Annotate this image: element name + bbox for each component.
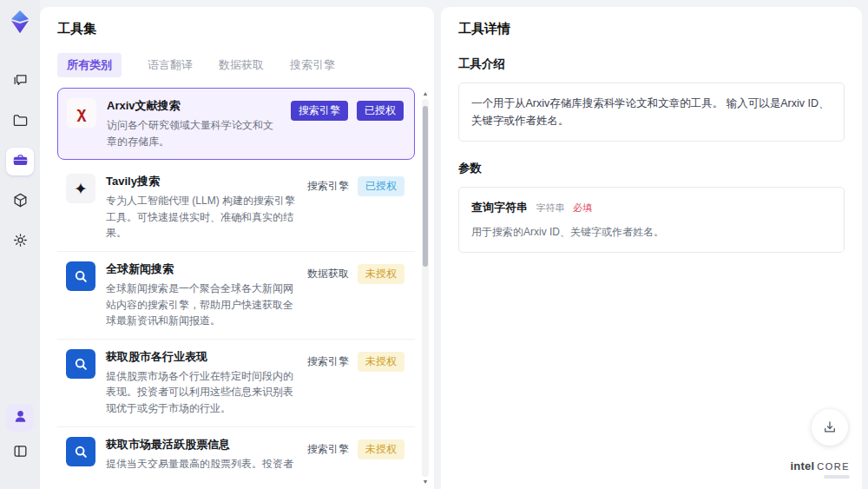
tab-2[interactable]: 数据获取 [219, 53, 264, 77]
category-badge: 搜索引擎 [307, 439, 349, 459]
tool-description: 提供当天交易量最高的股票列表。投资者可以利用这些信息来识别流动性强的股票和潜在的… [106, 456, 297, 468]
param-desc: 用于搜索的Arxiv ID、关键字或作者姓名。 [471, 224, 832, 241]
toolset-title: 工具集 [57, 21, 434, 37]
scrollbar-track[interactable] [422, 99, 429, 477]
toolbox-icon [12, 152, 29, 171]
tool-name: Tavily搜索 [106, 174, 297, 189]
auth-status-badge: 未授权 [358, 264, 404, 284]
toolset-panel: 工具集 所有类别语言翻译数据获取搜索引擎 χArxiv文献搜索访问各个研究领域大… [40, 7, 434, 489]
params-heading: 参数 [458, 161, 845, 176]
scroll-down-icon[interactable]: ▼ [423, 479, 429, 486]
panel-toggle-icon [12, 443, 29, 462]
tool-row[interactable]: χArxiv文献搜索访问各个研究领域大量科学论文和文章的存储库。搜索引擎已授权 [57, 88, 415, 160]
tool-list: χArxiv文献搜索访问各个研究领域大量科学论文和文章的存储库。搜索引擎已授权✦… [57, 88, 434, 468]
auth-status-badge: 未授权 [358, 352, 404, 372]
sidebar-item-panel-toggle[interactable] [6, 439, 34, 466]
tool-detail-panel: 工具详情 工具介绍 一个用于从Arxiv存储库搜索科学论文和文章的工具。 输入可… [441, 7, 862, 489]
category-tabs: 所有类别语言翻译数据获取搜索引擎 [57, 53, 434, 77]
tool-row[interactable]: ✦Tavily搜索专为人工智能代理 (LLM) 构建的搜索引擎工具。可快速提供实… [57, 164, 415, 252]
gear-icon [12, 232, 29, 251]
tab-0[interactable]: 所有类别 [57, 53, 122, 77]
sidebar-item-cube[interactable] [6, 188, 34, 215]
tool-description: 全球新闻搜索是一个聚合全球各大新闻网站内容的搜索引擎，帮助用户快速获取全球最新资… [106, 281, 297, 329]
tool-name: 获取市场最活跃股票信息 [106, 437, 297, 453]
folder-icon [12, 112, 29, 131]
download-button[interactable] [812, 409, 848, 446]
sidebar-item-gear[interactable] [6, 228, 34, 255]
auth-status-badge: 未授权 [358, 439, 404, 459]
tab-3[interactable]: 搜索引擎 [290, 53, 335, 77]
tool-description: 专为人工智能代理 (LLM) 构建的搜索引擎工具。可快速提供实时、准确和真实的结… [106, 193, 297, 241]
download-icon [822, 420, 838, 435]
sidebar-item-folder[interactable] [6, 108, 34, 135]
detail-title: 工具详情 [458, 21, 845, 37]
intel-core-logo: intelCORE [790, 459, 850, 479]
tool-badges: 数据获取未授权 [307, 261, 404, 329]
tool-body: Arxiv文献搜索访问各个研究领域大量科学论文和文章的存储库。 [107, 98, 280, 149]
sidebar-item-toolbox[interactable] [6, 148, 34, 175]
sidebar-item-user[interactable] [6, 404, 34, 432]
category-badge: 搜索引擎 [307, 176, 349, 196]
tool-row[interactable]: 全球新闻搜索全球新闻搜索是一个聚合全球各大新闻网站内容的搜索引擎，帮助用户快速获… [57, 252, 415, 340]
app-window: 工具集 所有类别语言翻译数据获取搜索引擎 χArxiv文献搜索访问各个研究领域大… [0, 0, 868, 489]
tool-description: 提供股票市场各个行业在特定时间段内的表现。投资者可以利用这些信息来识别表现优于或… [106, 368, 297, 417]
tool-name: 全球新闻搜索 [106, 261, 297, 277]
intro-text: 一个用于从Arxiv存储库搜索科学论文和文章的工具。 输入可以是Arxiv ID… [471, 97, 830, 127]
list-scrollbar[interactable]: ▲ ▼ [421, 90, 430, 486]
scroll-up-icon[interactable]: ▲ [423, 90, 429, 97]
tool-body: 获取股市各行业表现提供股票市场各个行业在特定时间段内的表现。投资者可以利用这些信… [106, 349, 297, 417]
blue-search-icon [66, 437, 95, 466]
intro-heading: 工具介绍 [458, 56, 845, 72]
param-type: 字符串 [536, 202, 564, 213]
chat-icon [12, 72, 29, 91]
tool-body: Tavily搜索专为人工智能代理 (LLM) 构建的搜索引擎工具。可快速提供实时… [106, 174, 297, 241]
auth-status-badge: 已授权 [357, 101, 404, 121]
tavily-star-icon: ✦ [66, 174, 95, 203]
tool-row[interactable]: 获取股市各行业表现提供股票市场各个行业在特定时间段内的表现。投资者可以利用这些信… [57, 340, 415, 427]
tool-description: 访问各个研究领域大量科学论文和文章的存储库。 [107, 117, 280, 149]
category-badge: 搜索引擎 [291, 101, 348, 121]
tool-body: 获取市场最活跃股票信息提供当天交易量最高的股票列表。投资者可以利用这些信息来识别… [106, 437, 297, 468]
param-name: 查询字符串 [471, 201, 528, 214]
sidebar [0, 0, 40, 489]
arxiv-icon: χ [67, 98, 96, 128]
tool-name: 获取股市各行业表现 [106, 349, 297, 365]
intro-box: 一个用于从Arxiv存储库搜索科学论文和文章的工具。 输入可以是Arxiv ID… [458, 83, 845, 142]
intel-sub-badge [824, 475, 850, 479]
app-logo-icon[interactable] [7, 9, 33, 35]
param-required-badge: 必填 [573, 202, 592, 213]
scrollbar-thumb[interactable] [423, 106, 428, 267]
tool-badges: 搜索引擎未授权 [307, 437, 404, 468]
blue-search-icon [66, 261, 95, 291]
core-brand-text: CORE [817, 461, 850, 472]
tool-badges: 搜索引擎已授权 [307, 174, 404, 241]
cube-icon [12, 192, 29, 211]
tool-row[interactable]: 获取市场最活跃股票信息提供当天交易量最高的股票列表。投资者可以利用这些信息来识别… [57, 427, 415, 468]
category-badge: 数据获取 [307, 264, 349, 284]
tool-badges: 搜索引擎未授权 [307, 349, 404, 417]
tool-name: Arxiv文献搜索 [107, 98, 280, 114]
param-card: 查询字符串 字符串 必填 用于搜索的Arxiv ID、关键字或作者姓名。 [458, 187, 845, 253]
blue-search-icon [66, 349, 95, 379]
category-badge: 搜索引擎 [307, 352, 349, 372]
tab-1[interactable]: 语言翻译 [148, 53, 193, 77]
tool-body: 全球新闻搜索全球新闻搜索是一个聚合全球各大新闻网站内容的搜索引擎，帮助用户快速获… [106, 261, 297, 329]
user-icon [12, 408, 29, 427]
auth-status-badge: 已授权 [358, 176, 404, 196]
tool-badges: 搜索引擎已授权 [291, 98, 404, 149]
sidebar-item-chat[interactable] [6, 68, 34, 96]
intel-brand-text: intel [790, 459, 814, 472]
